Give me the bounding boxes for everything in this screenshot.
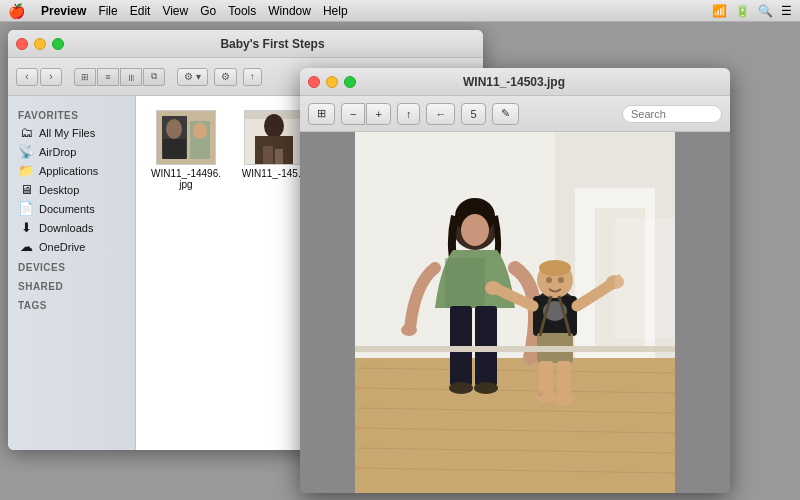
svg-point-8 <box>264 114 284 138</box>
finder-titlebar: Baby's First Steps <box>8 30 483 58</box>
svg-point-26 <box>461 214 489 246</box>
finder-sidebar: FAVORITES 🗂 All My Files 📡 AirDrop 📁 App… <box>8 96 136 450</box>
preview-maximize-button[interactable] <box>344 76 356 88</box>
sidebar-item-onedrive[interactable]: ☁ OneDrive <box>8 237 135 256</box>
arrange-button[interactable]: ⚙ ▾ <box>177 68 208 86</box>
svg-point-38 <box>546 277 552 283</box>
file-name-2: WIN11_-145... <box>242 168 306 179</box>
edit-icon: ✎ <box>501 107 510 120</box>
sidebar-item-desktop[interactable]: 🖥 Desktop <box>8 180 135 199</box>
menubar: 🍎 Preview File Edit View Go Tools Window… <box>0 0 800 22</box>
menu-icon[interactable]: ☰ <box>781 4 792 18</box>
svg-point-37 <box>539 260 571 276</box>
sidebar-item-all-my-files[interactable]: 🗂 All My Files <box>8 123 135 142</box>
svg-point-49 <box>554 394 574 406</box>
share-button[interactable]: ↑ <box>397 103 421 125</box>
sidebar-item-downloads[interactable]: ⬇ Downloads <box>8 218 135 237</box>
menu-help[interactable]: Help <box>323 4 348 18</box>
preview-window: WIN11_-14503.jpg ⊞ − + ↑ ← 5 ✎ <box>300 68 730 493</box>
tags-label: TAGS <box>8 294 135 313</box>
column-view-button[interactable]: ⫼ <box>120 68 142 86</box>
finder-title: Baby's First Steps <box>70 37 475 51</box>
all-files-icon: 🗂 <box>18 125 34 140</box>
wifi-icon: 📶 <box>712 4 727 18</box>
menu-view[interactable]: View <box>162 4 188 18</box>
svg-rect-27 <box>445 258 485 308</box>
preview-toolbar: ⊞ − + ↑ ← 5 ✎ <box>300 96 730 132</box>
battery-icon: 🔋 <box>735 4 750 18</box>
svg-rect-46 <box>539 361 553 396</box>
back-button[interactable]: ‹ <box>16 68 38 86</box>
thumb-svg-1 <box>157 111 215 164</box>
sidebar-label-documents: Documents <box>39 203 95 215</box>
svg-rect-11 <box>275 149 283 164</box>
svg-rect-13 <box>355 348 675 494</box>
svg-point-32 <box>474 382 498 394</box>
edit-button[interactable]: ✎ <box>492 103 519 125</box>
preview-close-button[interactable] <box>308 76 320 88</box>
share-button[interactable]: ↑ <box>243 68 262 86</box>
action-button[interactable]: ⚙ <box>214 68 237 86</box>
preview-search-input[interactable] <box>622 105 722 123</box>
svg-point-40 <box>485 281 501 295</box>
list-view-button[interactable]: ≡ <box>97 68 119 86</box>
zoom-out-icon: − <box>350 108 356 120</box>
svg-rect-10 <box>263 146 273 164</box>
menu-edit[interactable]: Edit <box>130 4 151 18</box>
applications-icon: 📁 <box>18 163 34 178</box>
downloads-icon: ⬇ <box>18 220 34 235</box>
coverflow-view-button[interactable]: ⧉ <box>143 68 165 86</box>
back-page-icon: ← <box>435 108 446 120</box>
menu-file[interactable]: File <box>98 4 117 18</box>
search-icon[interactable]: 🔍 <box>758 4 773 18</box>
svg-rect-47 <box>557 361 571 396</box>
app-name[interactable]: Preview <box>41 4 86 18</box>
preview-minimize-button[interactable] <box>326 76 338 88</box>
svg-point-31 <box>449 382 473 394</box>
documents-icon: 📄 <box>18 201 34 216</box>
svg-line-51 <box>541 391 542 396</box>
main-photo <box>355 132 675 493</box>
share-icon: ↑ <box>406 108 412 120</box>
svg-rect-3 <box>163 139 186 159</box>
svg-point-39 <box>558 277 564 283</box>
icon-view-button[interactable]: ⊞ <box>74 68 96 86</box>
preview-titlebar: WIN11_-14503.jpg <box>300 68 730 96</box>
nav-buttons: ‹ › <box>16 68 62 86</box>
svg-rect-9 <box>255 136 293 164</box>
sidebar-item-airdrop[interactable]: 📡 AirDrop <box>8 142 135 161</box>
maximize-button[interactable] <box>52 38 64 50</box>
shared-label: SHARED <box>8 275 135 294</box>
zoom-in-button[interactable]: + <box>366 103 390 125</box>
svg-rect-53 <box>355 346 675 352</box>
menu-window[interactable]: Window <box>268 4 311 18</box>
preview-title: WIN11_-14503.jpg <box>362 75 666 89</box>
close-button[interactable] <box>16 38 28 50</box>
thumb-svg-2 <box>245 111 303 164</box>
zoom-out-button[interactable]: − <box>341 103 365 125</box>
onedrive-icon: ☁ <box>18 239 34 254</box>
back-page-button[interactable]: ← <box>426 103 455 125</box>
file-item-1[interactable]: WIN11_-14496.jpg <box>146 106 226 194</box>
preview-content <box>300 132 730 493</box>
view-buttons: ⊞ ≡ ⫼ ⧉ <box>74 68 165 86</box>
menu-tools[interactable]: Tools <box>228 4 256 18</box>
sidebar-item-documents[interactable]: 📄 Documents <box>8 199 135 218</box>
sidebar-label-applications: Applications <box>39 165 98 177</box>
zoom-in-icon: + <box>375 108 381 120</box>
apple-menu[interactable]: 🍎 <box>8 3 25 19</box>
menu-go[interactable]: Go <box>200 4 216 18</box>
sidebar-label-airdrop: AirDrop <box>39 146 76 158</box>
menubar-right: 📶 🔋 🔍 ☰ <box>712 4 792 18</box>
forward-button[interactable]: › <box>40 68 62 86</box>
view-mode-icon: ⊞ <box>317 107 326 120</box>
svg-point-5 <box>193 123 207 139</box>
page-number-button[interactable]: 5 <box>461 103 485 125</box>
file-thumbnail-1 <box>156 110 216 165</box>
svg-point-2 <box>166 119 182 139</box>
svg-point-28 <box>401 324 417 336</box>
sidebar-item-applications[interactable]: 📁 Applications <box>8 161 135 180</box>
minimize-button[interactable] <box>34 38 46 50</box>
view-mode-button[interactable]: ⊞ <box>308 103 335 125</box>
zoom-controls: − + <box>341 103 391 125</box>
